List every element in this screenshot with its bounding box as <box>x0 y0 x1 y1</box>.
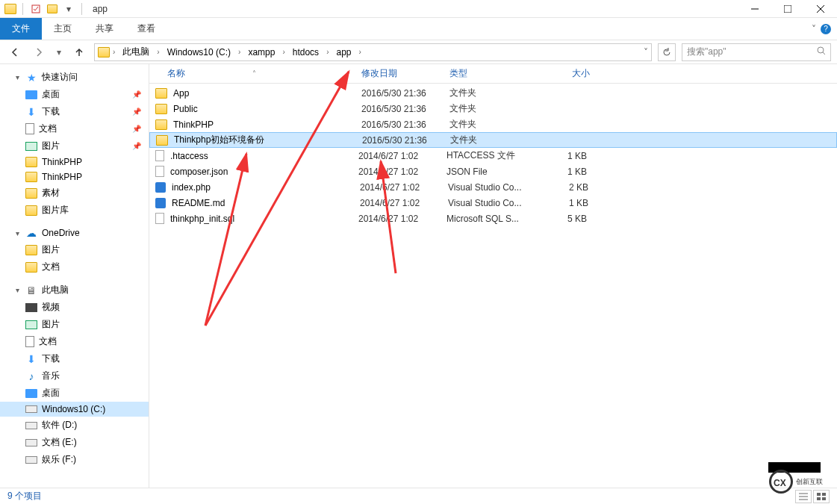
maximize-button[interactable] <box>771 0 804 18</box>
file-date: 2016/5/30 21:36 <box>361 88 449 99</box>
chevron-right-icon[interactable]: › <box>359 48 361 56</box>
svg-rect-2 <box>784 5 791 13</box>
column-date[interactable]: 修改日期 <box>361 67 449 80</box>
onedrive-header[interactable]: ▾☁OneDrive <box>0 225 149 241</box>
chevron-right-icon[interactable]: › <box>326 48 329 56</box>
tab-home[interactable]: 主页 <box>42 18 84 40</box>
column-size[interactable]: 大小 <box>538 67 590 80</box>
tab-file[interactable]: 文件 <box>0 18 42 40</box>
help-icon[interactable]: ? <box>821 24 831 34</box>
file-size: 5 KB <box>535 214 587 224</box>
qat-newfolder-icon[interactable] <box>46 2 59 16</box>
chevron-right-icon[interactable]: › <box>113 48 115 56</box>
file-row[interactable]: Public2016/5/30 21:36文件夹 <box>149 101 837 116</box>
chevron-right-icon[interactable]: › <box>157 48 159 56</box>
close-button[interactable] <box>804 0 837 18</box>
file-row[interactable]: .htaccess2014/6/27 1:02HTACCESS 文件1 KB <box>149 148 837 164</box>
file-row[interactable]: index.php2014/6/27 1:02Visual Studio Co.… <box>149 179 837 195</box>
column-type[interactable]: 类型 <box>449 67 538 80</box>
file-type: Visual Studio Co... <box>448 182 536 193</box>
folder-icon <box>156 135 168 146</box>
file-row[interactable]: Thinkphp初始环境备份2016/5/30 21:36文件夹 <box>149 132 837 148</box>
file-name: Public <box>173 104 361 114</box>
crumb-app[interactable]: app <box>332 46 355 59</box>
file-row[interactable]: ThinkPHP2016/5/30 21:36文件夹 <box>149 116 837 132</box>
crumb-htdocs[interactable]: htdocs <box>288 46 323 59</box>
doc-icon <box>25 123 34 134</box>
star-icon: ★ <box>25 72 37 84</box>
sidebar-item[interactable]: ⬇下载 <box>0 350 149 367</box>
chevron-right-icon[interactable]: › <box>238 48 240 56</box>
file-icon <box>155 166 164 177</box>
ribbon-expand-icon[interactable]: ˅ <box>812 24 816 34</box>
window-controls <box>738 0 837 18</box>
address-bar[interactable]: › 此电脑 › Windows10 (C:) › xampp › htdocs … <box>94 43 652 61</box>
file-row[interactable]: composer.json2014/6/27 1:02JSON File1 KB <box>149 164 837 179</box>
sidebar-item[interactable]: 图片 <box>0 316 149 333</box>
file-row[interactable]: thinkphp_init.sql2014/6/27 1:02Microsoft… <box>149 211 837 226</box>
column-name[interactable]: 名称˄ <box>167 67 361 80</box>
status-bar: 9 个项目 <box>0 488 837 504</box>
sidebar-item[interactable]: 视频 <box>0 299 149 316</box>
search-input[interactable]: 搜索"app" <box>682 43 831 61</box>
file-row[interactable]: README.md2014/6/27 1:02Visual Studio Co.… <box>149 195 837 211</box>
sidebar-item[interactable]: 文档📌 <box>0 120 149 137</box>
sidebar-item-label: ThinkPHP <box>42 157 82 167</box>
folder-icon <box>25 157 37 167</box>
forward-button[interactable] <box>30 43 48 61</box>
sidebar-item[interactable]: 桌面 <box>0 385 149 402</box>
qat-dropdown-icon[interactable]: ▾ <box>62 2 75 16</box>
sidebar-item[interactable]: 图片库 <box>0 202 149 219</box>
address-dropdown-icon[interactable]: ˅ <box>644 47 648 57</box>
sidebar-item-label: 软件 (D:) <box>42 419 77 432</box>
file-type: Visual Studio Co... <box>448 198 536 208</box>
sidebar-item[interactable]: 素材 <box>0 184 149 202</box>
pin-icon: 📌 <box>132 142 141 150</box>
qat-properties-icon[interactable] <box>29 2 43 16</box>
sidebar-item[interactable]: ThinkPHP <box>0 169 149 184</box>
sidebar-item[interactable]: 娱乐 (F:) <box>0 451 149 468</box>
sidebar-item[interactable]: 文档 <box>0 258 149 276</box>
tab-view[interactable]: 查看 <box>125 18 167 40</box>
sidebar-item-label: 文档 <box>39 122 57 135</box>
ribbon-tabs: 文件 主页 共享 查看 ˅ ? <box>0 18 837 40</box>
sidebar-item[interactable]: 文档 (E:) <box>0 434 149 451</box>
pic-icon <box>25 142 37 151</box>
quick-access-header[interactable]: ▾★快速访问 <box>0 69 149 86</box>
recent-dropdown[interactable]: ▾ <box>54 43 64 61</box>
navigation-pane[interactable]: ▾★快速访问 桌面📌⬇下载📌文档📌图片📌ThinkPHPThinkPHP素材图片… <box>0 64 149 488</box>
tab-share[interactable]: 共享 <box>84 18 125 40</box>
file-date: 2016/5/30 21:36 <box>361 104 449 114</box>
this-pc-header[interactable]: ▾🖥此电脑 <box>0 281 149 299</box>
drive-icon <box>25 422 37 429</box>
crumb-xampp[interactable]: xampp <box>243 46 279 59</box>
sidebar-item[interactable]: 桌面📌 <box>0 86 149 103</box>
sidebar-item[interactable]: 软件 (D:) <box>0 417 149 434</box>
sidebar-item[interactable]: 文档 <box>0 333 149 350</box>
pin-icon: 📌 <box>132 90 141 99</box>
crumb-this-pc[interactable]: 此电脑 <box>118 44 154 60</box>
sidebar-item[interactable]: 图片 <box>0 241 149 258</box>
sidebar-item[interactable]: ⬇下载📌 <box>0 103 149 120</box>
sidebar-item[interactable]: Windows10 (C:) <box>0 402 149 417</box>
folder-icon <box>25 262 37 273</box>
refresh-button[interactable] <box>658 43 676 61</box>
file-type: 文件夹 <box>449 118 538 131</box>
sidebar-item[interactable]: ♪音乐 <box>0 367 149 385</box>
pin-icon: 📌 <box>132 125 141 133</box>
sidebar-item[interactable]: 图片📌 <box>0 137 149 155</box>
up-button[interactable] <box>70 43 88 61</box>
sidebar-item[interactable]: ThinkPHP <box>0 155 149 169</box>
cloud-icon: ☁ <box>25 227 37 239</box>
chevron-right-icon[interactable]: › <box>282 48 284 56</box>
sidebar-item-label: 素材 <box>42 187 60 199</box>
minimize-button[interactable] <box>738 0 771 18</box>
sidebar-item-label: 娱乐 (F:) <box>42 453 76 466</box>
back-button[interactable] <box>6 43 24 61</box>
crumb-c-drive[interactable]: Windows10 (C:) <box>163 46 235 59</box>
sidebar-item-label: 图片库 <box>42 204 69 217</box>
column-headers[interactable]: 名称˄ 修改日期 类型 大小 <box>149 64 837 84</box>
drive-icon <box>25 405 37 413</box>
file-name: thinkphp_init.sql <box>170 214 358 224</box>
file-row[interactable]: App2016/5/30 21:36文件夹 <box>149 85 837 101</box>
